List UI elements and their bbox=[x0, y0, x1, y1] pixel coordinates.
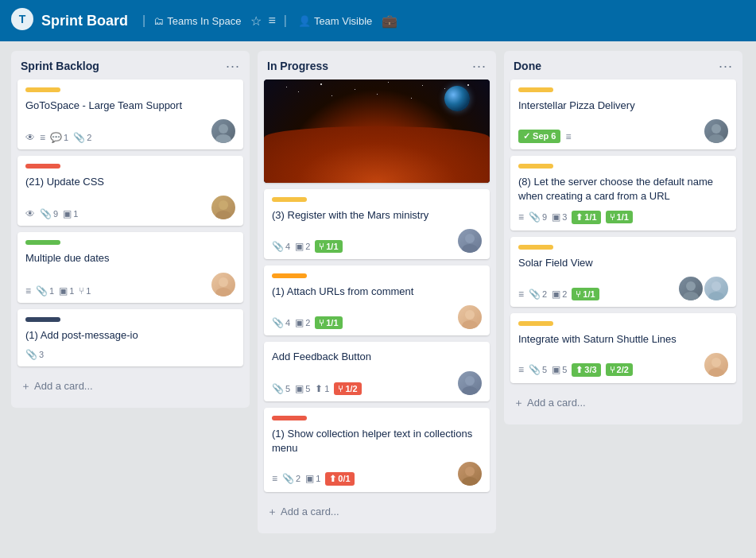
eye-icon: 👁 bbox=[25, 132, 35, 143]
column-header-sprint-backlog: Sprint Backlog ··· bbox=[17, 59, 243, 73]
column-menu-sprint-backlog[interactable]: ··· bbox=[226, 59, 240, 73]
card-label-yellow bbox=[272, 197, 307, 202]
checklist-meta: ▣ 2 bbox=[295, 317, 310, 328]
card-saturn-shuttle[interactable]: Integrate with Saturn Shuttle Lines ≡ 📎 … bbox=[510, 313, 736, 383]
svg-point-5 bbox=[215, 211, 231, 219]
app-header: T Sprint Board | 🗂 Teams In Space ☆ ≡ | … bbox=[0, 0, 756, 41]
branch-badge: ⑂ 1/1 bbox=[315, 316, 342, 329]
header-divider-2: | bbox=[284, 14, 287, 28]
card-feedback-button[interactable]: Add Feedback Button 📎 5 ▣ 5 ⬆ 1 ⑂ 1/2 bbox=[264, 342, 490, 401]
card-label-dark bbox=[25, 317, 60, 322]
card-title: Add Feedback Button bbox=[272, 350, 482, 364]
svg-point-16 bbox=[711, 124, 721, 134]
add-card-sprint-backlog[interactable]: ＋ Add a card... bbox=[17, 373, 243, 400]
desc-icon: ≡ bbox=[518, 289, 524, 300]
card-title: (1) Attach URLs from comment bbox=[272, 285, 482, 299]
card-label-red bbox=[272, 416, 307, 420]
avatar bbox=[211, 119, 235, 143]
card-solar-field[interactable]: Solar Field View ≡ 📎 2 ▣ 2 ⑂ 1/1 bbox=[510, 237, 736, 307]
card-avatars bbox=[211, 196, 235, 219]
svg-point-9 bbox=[462, 244, 478, 253]
branch-badge-red: ⑂ 1/2 bbox=[334, 382, 361, 395]
svg-point-3 bbox=[215, 134, 231, 143]
column-header-in-progress: In Progress ··· bbox=[264, 59, 490, 73]
card-meta: ≡ 📎 5 ▣ 5 ⬆ 3/3 ⑂ 2/2 bbox=[518, 363, 633, 377]
card-meta: 📎 4 ▣ 2 ⑂ 1/1 bbox=[272, 240, 343, 253]
card-label-yellow bbox=[518, 245, 553, 250]
attach-meta: 📎 2 bbox=[529, 289, 547, 300]
branch-badge: ⑂ 1/1 bbox=[315, 240, 342, 253]
card-meta: 👁 ≡ 💬 1 📎 2 bbox=[25, 132, 91, 143]
card-meta: 📎 3 bbox=[25, 349, 235, 360]
checklist-meta: ▣ 2 bbox=[295, 241, 310, 252]
card-row: 📎 4 ▣ 2 ⑂ 1/1 bbox=[272, 305, 482, 329]
card-title: (1) Add post-message-io bbox=[25, 328, 235, 343]
workspace-link[interactable]: 🗂 Teams In Space bbox=[153, 15, 241, 27]
card-avatars bbox=[458, 305, 482, 329]
card-title: (21) Update CSS bbox=[25, 175, 235, 189]
card-avatars bbox=[211, 273, 235, 296]
board: Sprint Backlog ··· GoToSpace - Large Tea… bbox=[0, 41, 756, 543]
card-collection-helper[interactable]: (1) Show collection helper text in colle… bbox=[264, 408, 490, 492]
svg-point-20 bbox=[711, 281, 721, 291]
column-title-done: Done bbox=[514, 60, 541, 72]
card-register-mars[interactable]: (3) Register with the Mars ministry 📎 4 … bbox=[264, 189, 490, 259]
eye-icon: 👁 bbox=[25, 208, 35, 219]
card-attach-urls[interactable]: (1) Attach URLs from comment 📎 4 ▣ 2 ⑂ 1… bbox=[264, 265, 490, 335]
team-link[interactable]: 👤 Team Visible bbox=[298, 15, 372, 27]
card-label-orange bbox=[272, 273, 307, 278]
card-avatars bbox=[211, 119, 235, 143]
star-icon[interactable]: ☆ bbox=[250, 14, 262, 29]
card-title: (3) Register with the Mars ministry bbox=[272, 208, 482, 223]
card-avatars bbox=[458, 371, 482, 395]
attach-meta: 📎 1 bbox=[36, 285, 54, 296]
card-meta: 📎 5 ▣ 5 ⬆ 1 ⑂ 1/2 bbox=[272, 382, 362, 395]
card-title: Integrate with Saturn Shuttle Lines bbox=[518, 332, 728, 347]
column-header-done: Done ··· bbox=[510, 59, 736, 73]
card-avatars bbox=[704, 119, 728, 143]
date-badge: ✓ Sep 6 bbox=[518, 130, 560, 143]
description-icon: ≡ bbox=[40, 132, 45, 143]
briefcase-icon[interactable]: 💼 bbox=[382, 14, 397, 29]
add-card-done[interactable]: ＋ Add a card... bbox=[510, 389, 736, 417]
svg-point-4 bbox=[219, 200, 228, 210]
desc-icon: ≡ bbox=[25, 285, 31, 296]
card-title: Solar Field View bbox=[518, 256, 728, 270]
desc-icon: ≡ bbox=[272, 473, 277, 484]
column-menu-in-progress[interactable]: ··· bbox=[472, 59, 487, 73]
card-pizza-delivery[interactable]: Interstellar Pizza Delivery ✓ Sep 6 ≡ bbox=[510, 79, 736, 149]
card-avatars bbox=[704, 353, 728, 377]
avatar bbox=[211, 196, 235, 219]
team-label: Team Visible bbox=[314, 15, 372, 27]
column-menu-done[interactable]: ··· bbox=[719, 59, 733, 73]
branch-badge: ⑂ 2/2 bbox=[606, 363, 633, 376]
avatar bbox=[704, 119, 728, 143]
team-icon: 👤 bbox=[298, 15, 311, 27]
add-card-label: Add a card... bbox=[281, 506, 339, 517]
card-avatars bbox=[458, 229, 482, 253]
checklist-meta: ▣ 5 bbox=[295, 383, 310, 394]
card-server-name[interactable]: (8) Let the server choose the default na… bbox=[510, 156, 736, 230]
attach-meta: 📎 9 bbox=[40, 208, 58, 219]
card-update-css[interactable]: (21) Update CSS 👁 📎 9 ▣ 1 bbox=[17, 156, 243, 226]
branch-meta: ⑂ 1 bbox=[79, 285, 91, 296]
add-card-in-progress[interactable]: ＋ Add a card... bbox=[264, 498, 490, 525]
menu-icon[interactable]: ≡ bbox=[268, 14, 275, 28]
avatar bbox=[458, 229, 482, 253]
upload-meta: ⬆ 1 bbox=[315, 383, 329, 394]
svg-text:T: T bbox=[19, 13, 26, 25]
card-title: (1) Show collection helper text in colle… bbox=[272, 427, 482, 455]
add-icon: ＋ bbox=[514, 396, 524, 410]
card-multiple-due-dates[interactable]: Multiple due dates ≡ 📎 1 ▣ 1 ⑂ 1 bbox=[17, 232, 243, 302]
card-add-post-message[interactable]: (1) Add post-message-io 📎 3 bbox=[17, 309, 243, 366]
svg-point-18 bbox=[686, 281, 696, 291]
card-row: ≡ 📎 5 ▣ 5 ⬆ 3/3 ⑂ 2/2 bbox=[518, 353, 728, 377]
card-meta: 📎 4 ▣ 2 ⑂ 1/1 bbox=[272, 316, 343, 329]
card-title: Multiple due dates bbox=[25, 251, 235, 265]
card-label-yellow bbox=[25, 87, 60, 92]
card-gotospace[interactable]: GoToSpace - Large Team Support 👁 ≡ 💬 1 📎… bbox=[17, 79, 243, 149]
card-mars-image[interactable] bbox=[264, 79, 490, 183]
card-row: 👁 ≡ 💬 1 📎 2 bbox=[25, 119, 235, 143]
attach-meta: 📎 5 bbox=[272, 383, 290, 394]
upload-badge-green: ⬆ 1/1 bbox=[572, 211, 600, 224]
